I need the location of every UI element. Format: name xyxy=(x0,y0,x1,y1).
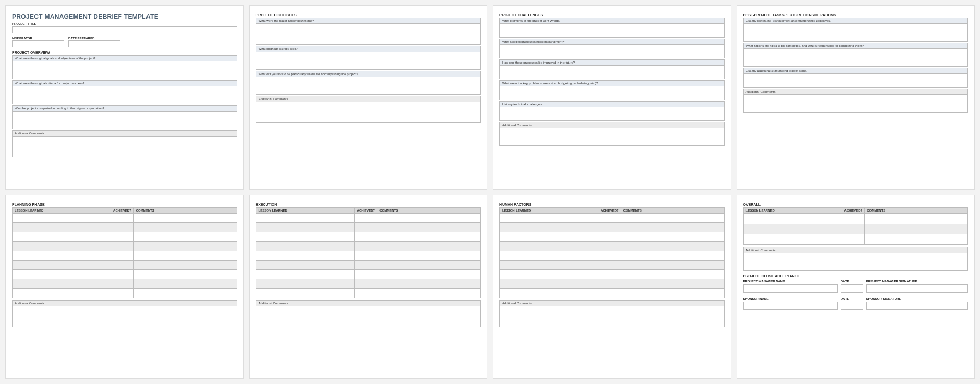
overview-q1: What were the original goals and objecti… xyxy=(12,55,237,61)
table-row[interactable] xyxy=(256,241,481,251)
table-row[interactable] xyxy=(500,213,725,222)
post-q1-body[interactable] xyxy=(743,24,969,42)
post-q1: List any continuing development and main… xyxy=(743,18,969,24)
overview-q1-body[interactable] xyxy=(12,61,237,79)
post-q3: List any additional outstanding project … xyxy=(743,68,969,74)
planning-ac-body[interactable] xyxy=(12,306,237,327)
table-row[interactable] xyxy=(256,288,481,298)
overview-q2: What were the original criteria for proj… xyxy=(12,80,237,86)
page-8: OVERALL LESSON LEARNED ACHIEVED? COMMENT… xyxy=(737,195,975,379)
post-ac-label: Additional Comments xyxy=(743,89,969,95)
overview-q3-body[interactable] xyxy=(12,112,237,129)
table-row[interactable] xyxy=(13,288,237,298)
th-comments: COMMENTS xyxy=(377,207,481,213)
table-row[interactable] xyxy=(256,213,481,222)
table-row[interactable] xyxy=(500,269,725,279)
planning-body xyxy=(13,213,237,298)
th-comments: COMMENTS xyxy=(865,207,968,213)
th-comments: COMMENTS xyxy=(621,207,724,213)
table-row[interactable] xyxy=(256,222,481,232)
pm-name-label: PROJECT MANAGER NAME xyxy=(743,280,838,283)
page-1: PROJECT MANAGEMENT DEBRIEF TEMPLATE PROJ… xyxy=(5,5,244,190)
overall-ac-body[interactable] xyxy=(743,253,969,271)
overview-ac-label: Additional Comments xyxy=(12,130,237,137)
table-row[interactable] xyxy=(500,260,725,269)
highlights-q3-body[interactable] xyxy=(256,77,481,95)
project-title-label: PROJECT TITLE xyxy=(12,22,237,26)
challenges-q3-body[interactable] xyxy=(499,66,725,79)
table-row[interactable] xyxy=(13,213,237,222)
challenges-q5-body[interactable] xyxy=(499,107,725,121)
table-row[interactable] xyxy=(256,269,481,279)
table-row[interactable] xyxy=(743,213,968,224)
challenges-q4-body[interactable] xyxy=(499,86,725,100)
close-title: PROJECT CLOSE ACCEPTANCE xyxy=(743,274,969,278)
sponsor-date-label: DATE xyxy=(841,297,863,300)
page-grid: PROJECT MANAGEMENT DEBRIEF TEMPLATE PROJ… xyxy=(5,5,975,379)
challenges-q2-body[interactable] xyxy=(499,45,725,58)
project-title-input[interactable] xyxy=(12,26,237,33)
pm-sig-input[interactable] xyxy=(866,284,968,293)
execution-table: LESSON LEARNED ACHIEVED? COMMENTS xyxy=(256,207,481,298)
table-row[interactable] xyxy=(13,279,237,288)
table-row[interactable] xyxy=(13,260,237,269)
sponsor-sig-input[interactable] xyxy=(866,302,968,310)
post-q3-body[interactable] xyxy=(743,74,969,88)
th-achieved: ACHIEVED? xyxy=(111,207,134,213)
table-row[interactable] xyxy=(500,288,725,298)
challenges-q5: List any technical challenges. xyxy=(499,101,725,107)
highlights-q2-body[interactable] xyxy=(256,52,481,70)
table-row[interactable] xyxy=(13,241,237,251)
moderator-input[interactable] xyxy=(12,40,64,47)
page-5: PLANNING PHASE LESSON LEARNED ACHIEVED? … xyxy=(5,195,244,379)
post-q2-body[interactable] xyxy=(743,49,969,67)
table-row[interactable] xyxy=(500,232,725,241)
table-row[interactable] xyxy=(743,234,968,244)
table-row[interactable] xyxy=(256,251,481,260)
challenges-q1: What elements of the project went wrong? xyxy=(499,18,725,24)
table-row[interactable] xyxy=(256,279,481,288)
challenges-q1-body[interactable] xyxy=(499,24,725,38)
table-row[interactable] xyxy=(256,260,481,269)
table-row[interactable] xyxy=(13,222,237,232)
th-lesson: LESSON LEARNED xyxy=(743,207,842,213)
table-row[interactable] xyxy=(500,241,725,251)
human-ac-body[interactable] xyxy=(499,306,725,327)
table-row[interactable] xyxy=(13,232,237,241)
highlights-ac-label: Additional Comments xyxy=(256,96,481,102)
planning-table: LESSON LEARNED ACHIEVED? COMMENTS xyxy=(12,207,237,298)
pm-date-input[interactable] xyxy=(841,284,863,293)
sponsor-date-input[interactable] xyxy=(841,302,863,310)
table-row[interactable] xyxy=(256,232,481,241)
overall-table: LESSON LEARNED ACHIEVED? COMMENTS xyxy=(743,207,969,245)
date-prepared-input[interactable] xyxy=(68,40,120,47)
challenges-q4: What were the key problems areas (i.e., … xyxy=(499,80,725,86)
table-row[interactable] xyxy=(500,251,725,260)
overview-ac-body[interactable] xyxy=(12,137,237,157)
challenges-ac-body[interactable] xyxy=(499,128,725,146)
human-ac-label: Additional Comments xyxy=(499,300,725,306)
overall-ac-label: Additional Comments xyxy=(743,247,969,253)
sponsor-name-input[interactable] xyxy=(743,302,838,310)
table-row[interactable] xyxy=(500,279,725,288)
overview-q2-body[interactable] xyxy=(12,86,237,104)
th-lesson: LESSON LEARNED xyxy=(256,207,354,213)
th-lesson: LESSON LEARNED xyxy=(13,207,111,213)
table-row[interactable] xyxy=(743,224,968,234)
table-row[interactable] xyxy=(13,251,237,260)
execution-title: EXECUTION xyxy=(256,203,481,206)
highlights-title: PROJECT HIGHLIGHTS xyxy=(256,13,481,17)
execution-ac-body[interactable] xyxy=(256,306,481,327)
planning-title: PLANNING PHASE xyxy=(12,203,237,206)
highlights-ac-body[interactable] xyxy=(256,102,481,123)
overall-body xyxy=(743,213,968,244)
highlights-q1: What were the major accomplishments? xyxy=(256,18,481,24)
challenges-title: PROJECT CHALLENGES xyxy=(499,13,725,17)
post-ac-body[interactable] xyxy=(743,95,969,113)
human-table: LESSON LEARNED ACHIEVED? COMMENTS xyxy=(499,207,725,298)
highlights-q1-body[interactable] xyxy=(256,24,481,45)
table-row[interactable] xyxy=(500,222,725,232)
pm-name-input[interactable] xyxy=(743,284,838,293)
th-achieved: ACHIEVED? xyxy=(842,207,865,213)
table-row[interactable] xyxy=(13,269,237,279)
